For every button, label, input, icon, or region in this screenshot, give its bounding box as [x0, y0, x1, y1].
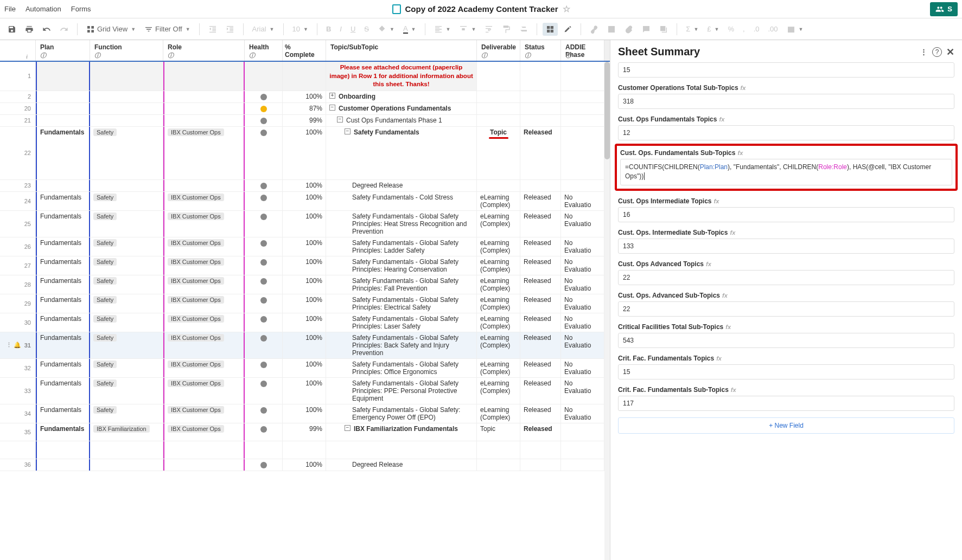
- row-number[interactable]: 30: [0, 313, 36, 332]
- cell-deliverable[interactable]: [477, 180, 520, 191]
- cell-plan[interactable]: [36, 180, 90, 191]
- cell-plan[interactable]: Fundamentals: [36, 313, 90, 332]
- cell-function[interactable]: [90, 91, 163, 102]
- cell-topic[interactable]: −Cust Ops Fundamentals Phase 1: [326, 115, 477, 126]
- print-icon[interactable]: [22, 23, 37, 36]
- cell-role[interactable]: [163, 91, 245, 102]
- cell-status[interactable]: Released: [520, 127, 561, 179]
- cell-function[interactable]: Safety: [90, 192, 163, 210]
- cell-function[interactable]: Safety: [90, 237, 163, 256]
- cell-complete[interactable]: 100%: [283, 180, 326, 191]
- strike-icon[interactable]: S: [361, 23, 372, 35]
- cell-function[interactable]: Safety: [90, 294, 163, 313]
- cell-topic[interactable]: [326, 441, 477, 459]
- cell-function[interactable]: [90, 441, 163, 459]
- cell-plan[interactable]: [36, 459, 90, 471]
- grid-view-button[interactable]: Grid View▼: [83, 23, 139, 36]
- cell-status[interactable]: [520, 459, 561, 471]
- cell-topic[interactable]: Safety Fundamentals - Global Safety Prin…: [326, 359, 477, 377]
- fill-color-icon[interactable]: ▼: [374, 23, 398, 36]
- menu-file[interactable]: File: [4, 5, 16, 13]
- row-number[interactable]: 27: [0, 256, 36, 275]
- cell-plan[interactable]: [36, 441, 90, 459]
- cell-role[interactable]: [163, 103, 245, 114]
- cell-role[interactable]: IBX Customer Ops: [163, 192, 245, 210]
- document-title[interactable]: Copy of 2022 Academy Content Tracker: [405, 4, 558, 14]
- cell-role[interactable]: [163, 115, 245, 126]
- header-plan[interactable]: Planⓘ: [36, 40, 90, 61]
- cell-deliverable[interactable]: eLearning (Complex): [477, 313, 520, 332]
- cell-topic[interactable]: Safety Fundamentals - Cold Stress: [326, 192, 477, 210]
- cell-topic[interactable]: Safety Fundamentals - Global Safety Prin…: [326, 275, 477, 294]
- cell-health[interactable]: [245, 275, 283, 294]
- header-status[interactable]: Statusⓘ: [520, 40, 561, 61]
- row-number[interactable]: 2: [0, 91, 36, 102]
- cell-plan[interactable]: Fundamentals: [36, 256, 90, 275]
- cell-deliverable[interactable]: eLearning (Complex): [477, 237, 520, 256]
- cell-topic[interactable]: Safety Fundamentals - Global Safety Prin…: [326, 313, 477, 332]
- row-number[interactable]: 26: [0, 237, 36, 256]
- cell-health[interactable]: [245, 62, 283, 91]
- cell-role[interactable]: IBX Customer Ops: [163, 313, 245, 332]
- header-role[interactable]: Roleⓘ: [163, 40, 245, 61]
- cell-status[interactable]: Released: [520, 211, 561, 237]
- cell-topic[interactable]: −IBX Familiarization Fundamentals: [326, 423, 477, 441]
- summary-value[interactable]: 15: [618, 364, 954, 379]
- cell-addie[interactable]: [561, 441, 604, 459]
- table-row[interactable]: 1Please see attached document (paperclip…: [0, 62, 610, 91]
- cell-complete[interactable]: 87%: [283, 103, 326, 114]
- menu-automation[interactable]: Automation: [26, 5, 61, 13]
- row-number[interactable]: 36: [0, 459, 36, 471]
- thousands-icon[interactable]: ,: [740, 23, 748, 35]
- cell-health[interactable]: [245, 441, 283, 459]
- highlight-icon[interactable]: [560, 23, 575, 36]
- close-icon[interactable]: ✕: [946, 46, 954, 58]
- cell-topic[interactable]: Safety Fundamentals - Global Safety Prin…: [326, 294, 477, 313]
- cell-role[interactable]: [163, 62, 245, 91]
- image-icon[interactable]: [604, 23, 619, 36]
- table-row[interactable]: 27FundamentalsSafetyIBX Customer Ops100%…: [0, 256, 610, 275]
- cell-plan[interactable]: Fundamentals: [36, 359, 90, 377]
- cell-addie[interactable]: [561, 459, 604, 471]
- cell-complete[interactable]: 100%: [283, 192, 326, 210]
- cell-topic[interactable]: Safety Fundamentals - Global Safety Prin…: [326, 237, 477, 256]
- decimal-dec-icon[interactable]: .0: [750, 23, 763, 35]
- cell-topic[interactable]: −Customer Operations Fundamentals: [326, 103, 477, 114]
- table-row[interactable]: 2087%−Customer Operations Fundamentals: [0, 103, 610, 115]
- cell-function[interactable]: Safety: [90, 313, 163, 332]
- cell-plan[interactable]: Fundamentals: [36, 127, 90, 179]
- new-field-button[interactable]: + New Field: [618, 417, 954, 434]
- cell-plan[interactable]: Fundamentals: [36, 404, 90, 423]
- cell-function[interactable]: [90, 180, 163, 191]
- cell-complete[interactable]: 100%: [283, 459, 326, 471]
- cell-status[interactable]: [520, 103, 561, 114]
- cell-health[interactable]: [245, 103, 283, 114]
- cell-function[interactable]: Safety: [90, 359, 163, 377]
- cell-addie[interactable]: No Evaluatio: [561, 404, 604, 423]
- cell-function[interactable]: Safety: [90, 127, 163, 179]
- table-row[interactable]: 32FundamentalsSafetyIBX Customer Ops100%…: [0, 359, 610, 378]
- underline-icon[interactable]: U: [347, 23, 359, 35]
- cell-status[interactable]: Released: [520, 313, 561, 332]
- cell-health[interactable]: [245, 423, 283, 441]
- row-number[interactable]: 25: [0, 211, 36, 237]
- cell-status[interactable]: Released: [520, 275, 561, 294]
- cell-function[interactable]: [90, 62, 163, 91]
- conditional-format-icon[interactable]: [543, 23, 558, 36]
- row-number[interactable]: 32: [0, 359, 36, 377]
- toggle-icon[interactable]: −: [329, 105, 335, 111]
- cell-role[interactable]: [163, 180, 245, 191]
- font-select[interactable]: Arial▼: [249, 23, 278, 35]
- cell-addie[interactable]: No Evaluatio: [561, 237, 604, 256]
- cell-role[interactable]: IBX Customer Ops: [163, 237, 245, 256]
- cell-deliverable[interactable]: [477, 441, 520, 459]
- header-complete[interactable]: % Complete: [283, 40, 326, 61]
- cell-addie[interactable]: No Evaluatio: [561, 378, 604, 404]
- menu-forms[interactable]: Forms: [71, 5, 91, 13]
- cell-function[interactable]: Safety: [90, 211, 163, 237]
- cell-health[interactable]: [245, 91, 283, 102]
- cell-addie[interactable]: No Evaluatio: [561, 313, 604, 332]
- cell-plan[interactable]: Fundamentals: [36, 423, 90, 441]
- cell-addie[interactable]: [561, 91, 604, 102]
- cell-deliverable[interactable]: eLearning (Complex): [477, 192, 520, 210]
